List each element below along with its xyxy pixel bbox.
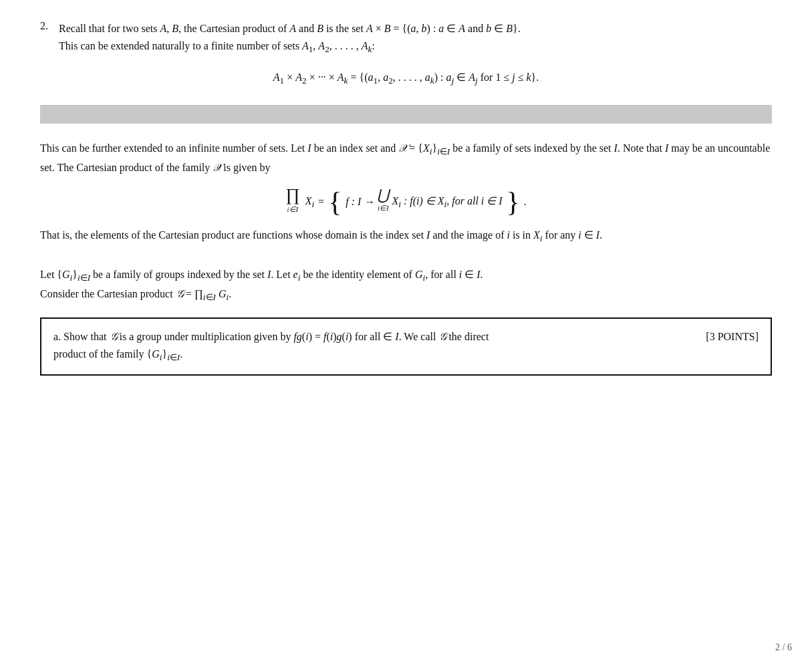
gray-divider-bar xyxy=(40,105,772,124)
part-a-inner: a. Show that 𝒢 is a group under multipli… xyxy=(53,328,759,366)
problem-intro: Recall that for two sets A, B, the Carte… xyxy=(59,20,772,56)
intro-line1: Recall that for two sets A, B, the Carte… xyxy=(59,23,521,34)
intro-line2: This can be extended naturally to a fini… xyxy=(59,40,375,51)
problem-number: 2. xyxy=(40,20,59,32)
finite-formula: A1 × A2 × ··· × Ak = {(a1, a2, . . . . ,… xyxy=(273,72,539,83)
page-number: 2 / 6 xyxy=(775,642,792,653)
problem-header: 2. Recall that for two sets A, B, the Ca… xyxy=(40,20,772,56)
page-content: 2. Recall that for two sets A, B, the Ca… xyxy=(0,0,812,402)
part-a-points: [3 POINTS] xyxy=(706,328,759,346)
finite-formula-block: A1 × A2 × ··· × Ak = {(a1, a2, . . . . ,… xyxy=(40,68,772,89)
that-is-paragraph: That is, the elements of the Cartesian p… xyxy=(40,227,772,246)
infinite-product-formula: ∏ i∈I Xi = { f : I → ⋃ i∈I Xi : f(i) ∈ X… xyxy=(40,186,772,217)
part-a-label: a. xyxy=(53,331,61,342)
groups-paragraph: Let {Gi}i∈I be a family of groups indexe… xyxy=(40,266,772,305)
spacer1 xyxy=(40,255,772,266)
part-a-text: a. Show that 𝒢 is a group under multipli… xyxy=(53,328,692,366)
infinite-sets-paragraph: This can be further extended to an infin… xyxy=(40,140,772,177)
part-a-box: a. Show that 𝒢 is a group under multipli… xyxy=(40,317,772,376)
problem-2-section: 2. Recall that for two sets A, B, the Ca… xyxy=(40,20,772,89)
